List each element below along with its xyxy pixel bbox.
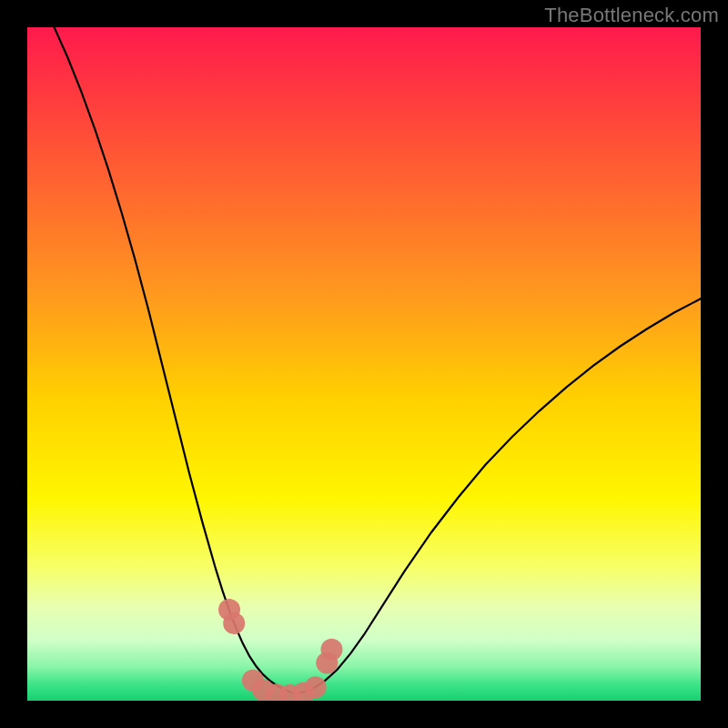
curve-right-arm: [297, 298, 701, 693]
curve-left-arm: [55, 27, 297, 694]
chart-marker: [305, 676, 327, 698]
chart-markers: [218, 599, 342, 701]
chart-marker: [320, 639, 342, 661]
chart-frame: TheBottleneck.com: [0, 0, 728, 728]
chart-plot-area: [27, 27, 701, 701]
watermark-text: TheBottleneck.com: [544, 4, 719, 27]
chart-curves-layer: [27, 27, 701, 701]
chart-marker: [223, 612, 245, 634]
